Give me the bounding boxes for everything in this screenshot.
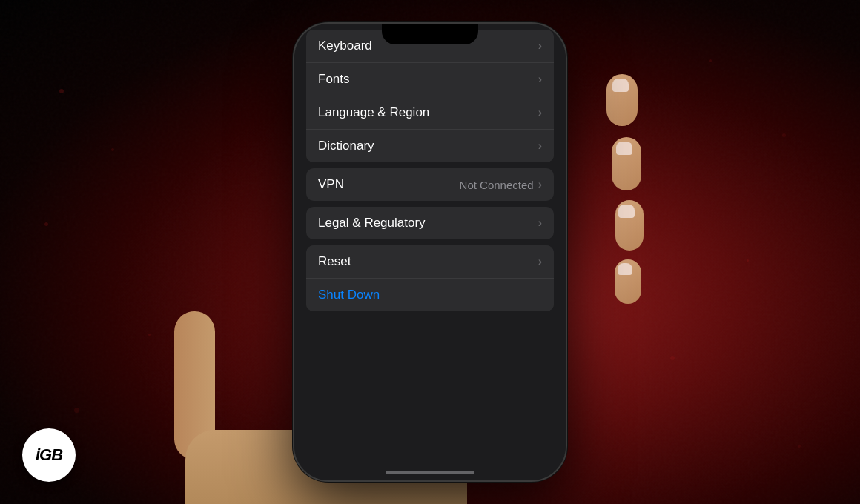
phone-scene: Keyboard › Fonts › Language [245,0,615,504]
home-indicator [386,471,474,474]
dictionary-right: › [538,139,542,153]
settings-item-keyboard[interactable]: Keyboard › [306,30,554,63]
reset-chevron: › [538,255,542,268]
settings-item-shutdown[interactable]: Shut Down [306,279,554,311]
keyboard-chevron: › [538,39,542,53]
settings-item-language-region[interactable]: Language & Region › [306,96,554,130]
legal-label: Legal & Regulatory [318,216,426,231]
fingernail-3 [618,205,635,218]
reset-label: Reset [318,254,351,269]
settings-list: Keyboard › Fonts › Language [294,24,566,480]
fingernail-1 [612,79,629,92]
dictionary-chevron: › [538,139,542,153]
reset-right: › [538,255,542,268]
igb-logo: iGB [22,428,76,482]
settings-group-2: VPN Not Connected › [306,168,554,201]
settings-group-4: Reset › Shut Down [306,245,554,311]
vpn-chevron: › [538,178,542,191]
vpn-status: Not Connected [460,179,534,191]
settings-item-vpn[interactable]: VPN Not Connected › [306,168,554,201]
keyboard-right: › [538,39,542,53]
settings-item-legal[interactable]: Legal & Regulatory › [306,207,554,239]
igb-logo-text: iGB [36,445,62,465]
settings-group-1: Keyboard › Fonts › Language [306,30,554,162]
keyboard-label: Keyboard [318,39,372,53]
fingernail-4 [618,263,632,275]
vpn-right: Not Connected › [460,178,542,191]
legal-chevron: › [538,216,542,230]
settings-item-dictionary[interactable]: Dictionary › [306,130,554,162]
dictionary-label: Dictionary [318,139,374,153]
legal-right: › [538,216,542,230]
phone-screen: Keyboard › Fonts › Language [294,24,566,480]
vpn-label: VPN [318,177,344,192]
settings-item-fonts[interactable]: Fonts › [306,63,554,96]
fonts-chevron: › [538,73,542,86]
language-region-right: › [538,106,542,119]
shutdown-label: Shut Down [318,288,380,302]
language-region-label: Language & Region [318,105,429,120]
language-region-chevron: › [538,106,542,119]
settings-item-reset[interactable]: Reset › [306,245,554,279]
fonts-label: Fonts [318,72,350,87]
fonts-right: › [538,73,542,86]
phone: Keyboard › Fonts › Language [293,22,567,482]
fingernail-2 [616,142,632,155]
settings-group-3: Legal & Regulatory › [306,207,554,239]
